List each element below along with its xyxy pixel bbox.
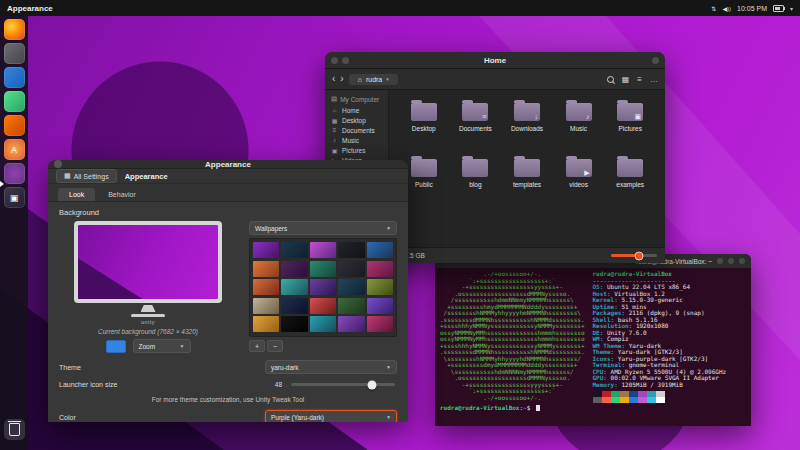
wallpaper-thumbnail[interactable] — [310, 261, 336, 277]
files-titlebar[interactable]: Home — [325, 52, 665, 69]
wallpaper-thumbnail[interactable] — [367, 261, 393, 277]
zoom-slider[interactable] — [611, 254, 657, 257]
zoom-dropdown[interactable]: Zoom ▼ — [133, 339, 191, 353]
background-color-swatch[interactable] — [106, 340, 126, 353]
folder-tile[interactable]: ≡ Documents — [451, 98, 501, 152]
sidebar-item-icon: ▣ — [331, 147, 338, 154]
files-icon[interactable] — [4, 43, 25, 64]
terminal-prompt[interactable]: rudra@rudra-VirtualBox:~$ — [440, 405, 746, 412]
add-wallpaper-button[interactable]: + — [249, 340, 265, 352]
current-background-label: Current background (7682 × 4320) — [98, 328, 198, 335]
remove-wallpaper-button[interactable]: − — [267, 340, 283, 352]
folder-tile[interactable]: ▣ Pictures — [605, 98, 655, 152]
folder-icon: ↓ — [514, 103, 540, 121]
wallpaper-thumbnail[interactable] — [338, 261, 364, 277]
sidebar-item-icon: ≡ — [331, 127, 338, 133]
wallpaper-thumbnail[interactable] — [253, 261, 279, 277]
list-view-icon[interactable]: ≡ — [637, 75, 642, 84]
sidebar-item[interactable]: ▦ Desktop — [325, 115, 388, 125]
libreoffice-calc-icon[interactable] — [4, 91, 25, 112]
folder-tile[interactable]: Desktop — [399, 98, 449, 152]
color-dropdown[interactable]: Purple (Yaru-dark) ▼ — [265, 410, 397, 422]
chevron-down-icon: ▼ — [381, 414, 391, 420]
folder-tile[interactable]: templates — [502, 154, 552, 208]
breadcrumb: Appearance — [125, 172, 168, 181]
wallpaper-thumbnail[interactable] — [281, 298, 307, 314]
wallpaper-thumbnail[interactable] — [367, 298, 393, 314]
folder-icon: ▣ — [617, 103, 643, 121]
wallpaper-thumbnail[interactable] — [253, 242, 279, 258]
slider-knob[interactable] — [368, 380, 377, 389]
wallpaper-thumbnail[interactable] — [281, 242, 307, 258]
tab-behavior[interactable]: Behavior — [97, 188, 147, 201]
theme-dropdown[interactable]: yaru-dark ▼ — [265, 360, 397, 374]
clock-label[interactable]: 10:05 PM — [737, 5, 767, 12]
background-preview-screen — [78, 225, 218, 299]
terminal-body[interactable]: .-/+oossssoo+/-. `:+ssssssssssssssssss+:… — [435, 268, 751, 426]
wallpaper-thumbnail[interactable] — [310, 279, 336, 295]
tab-look[interactable]: Look — [58, 188, 95, 201]
wallpaper-thumbnail[interactable] — [253, 316, 279, 332]
folder-emblem-icon: ▣ — [635, 113, 642, 120]
folder-label: Downloads — [511, 125, 543, 132]
appearance-tool-icon[interactable]: ▣ — [4, 187, 25, 208]
wallpaper-thumbnail[interactable] — [310, 242, 336, 258]
trash-launcher-item[interactable] — [4, 419, 25, 440]
firefox-icon[interactable] — [4, 19, 25, 40]
sidebar-item[interactable]: ≡ Documents — [325, 125, 388, 135]
wallpaper-thumbnail[interactable] — [338, 279, 364, 295]
folder-label: Pictures — [618, 125, 641, 132]
sidebar-item[interactable]: ♪ Music — [325, 135, 388, 145]
zoom-slider-knob[interactable] — [634, 251, 643, 260]
libreoffice-writer-icon[interactable] — [4, 67, 25, 88]
close-button[interactable] — [739, 258, 745, 264]
settings-icon[interactable] — [4, 163, 25, 184]
maximize-button[interactable] — [728, 258, 734, 264]
wallpapers-dropdown[interactable]: Wallpapers ▼ — [249, 221, 397, 235]
path-bar[interactable]: ⌂ rudra ▾ — [349, 74, 398, 85]
sidebar-item[interactable]: ⌂ Home — [325, 105, 388, 115]
launcher-icon-size-slider[interactable] — [291, 383, 395, 386]
wallpaper-thumbnail[interactable] — [367, 316, 393, 332]
wallpaper-thumbnail[interactable] — [310, 298, 336, 314]
folder-icon — [617, 159, 643, 177]
back-button[interactable]: ‹ — [332, 74, 335, 84]
wallpaper-thumbnail[interactable] — [338, 316, 364, 332]
wallpaper-thumbnail[interactable] — [281, 279, 307, 295]
folder-tile[interactable]: blog — [451, 154, 501, 208]
wallpaper-thumbnail[interactable] — [253, 298, 279, 314]
wallpaper-thumbnail[interactable] — [367, 279, 393, 295]
session-menu-icon[interactable]: ▾ — [790, 5, 793, 12]
wallpaper-thumbnail[interactable] — [338, 298, 364, 314]
folder-emblem-icon: ≡ — [482, 113, 486, 120]
all-settings-button[interactable]: ▦ All Settings — [56, 169, 117, 183]
grid-view-icon[interactable]: ▦ — [622, 75, 630, 84]
libreoffice-impress-icon[interactable] — [4, 115, 25, 136]
sidebar-item[interactable]: ▣ Pictures — [325, 145, 388, 155]
palette-swatch — [593, 397, 602, 403]
folder-tile[interactable]: ▶ videos — [554, 154, 604, 208]
appearance-titlebar[interactable]: Appearance — [48, 160, 408, 169]
files-content-grid: Desktop ≡ Documents ↓ Downloads — [389, 90, 665, 247]
launcher-icon-size-value: 48 — [275, 381, 282, 388]
folder-tile[interactable]: ↓ Downloads — [502, 98, 552, 152]
minimize-button[interactable] — [717, 258, 723, 264]
folder-tile[interactable]: ♪ Music — [554, 98, 604, 152]
volume-icon[interactable]: ◀)) — [722, 5, 731, 12]
wallpaper-thumbnail[interactable] — [338, 242, 364, 258]
folder-tile[interactable]: examples — [605, 154, 655, 208]
network-icon[interactable]: ⇅ — [711, 5, 716, 12]
wallpaper-thumbnail[interactable] — [253, 279, 279, 295]
wallpaper-thumbnail[interactable] — [281, 316, 307, 332]
search-icon[interactable] — [607, 76, 614, 83]
menu-icon[interactable]: … — [650, 75, 658, 84]
ubuntu-software-icon[interactable]: A — [4, 139, 25, 160]
forward-button[interactable]: › — [340, 74, 343, 84]
wallpaper-thumbnail[interactable] — [281, 261, 307, 277]
chevron-down-icon: ▼ — [381, 225, 391, 231]
appearance-window: Appearance ▦ All Settings Appearance Loo… — [48, 160, 408, 422]
battery-icon[interactable] — [773, 5, 784, 12]
wallpaper-thumbnail[interactable] — [310, 316, 336, 332]
palette-swatch — [629, 397, 638, 403]
wallpaper-thumbnail[interactable] — [367, 242, 393, 258]
